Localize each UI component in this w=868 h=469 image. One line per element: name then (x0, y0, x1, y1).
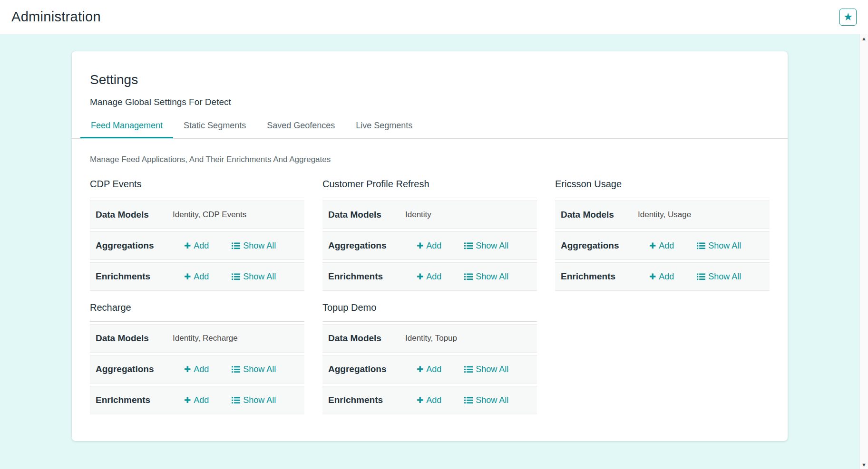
enrichments-row: Enrichments ✚ Add Show All (90, 262, 304, 291)
feed-section-ericsson-usage: Ericsson Usage Data Models Identity, Usa… (555, 176, 770, 291)
settings-card: Settings Manage Global Settings For Dete… (72, 51, 788, 441)
add-label: Add (194, 241, 209, 251)
add-enrichment-button[interactable]: ✚ Add (649, 272, 674, 282)
add-label: Add (426, 395, 441, 405)
data-models-row: Data Models Identity, Usage (555, 201, 770, 229)
data-models-value: Identity, Recharge (173, 334, 238, 343)
data-models-label: Data Models (96, 210, 173, 220)
enrichments-row: Enrichments ✚ Add Show All (555, 262, 770, 291)
plus-icon: ✚ (417, 396, 423, 404)
aggregations-label: Aggregations (561, 240, 638, 251)
aggregations-row: Aggregations ✚ Add Show All (322, 355, 537, 383)
add-label: Add (426, 364, 441, 374)
data-models-value: Identity (405, 210, 431, 220)
aggregations-row: Aggregations ✚ Add Show All (90, 231, 304, 260)
feed-section-cdp-events: CDP Events Data Models Identity, CDP Eve… (90, 176, 304, 291)
list-icon (464, 273, 473, 280)
favorite-button[interactable]: ★ (839, 9, 857, 26)
add-aggregation-button[interactable]: ✚ Add (649, 241, 674, 251)
feed-section-customer-profile-refresh: Customer Profile Refresh Data Models Ide… (322, 176, 537, 291)
add-aggregation-button[interactable]: ✚ Add (184, 364, 209, 374)
plus-icon: ✚ (184, 396, 191, 404)
plus-icon: ✚ (184, 365, 191, 373)
list-icon (232, 366, 240, 373)
add-aggregation-button[interactable]: ✚ Add (417, 364, 441, 374)
feed-title: Topup Demo (322, 299, 537, 322)
tab-live-segments[interactable]: Live Segments (345, 116, 423, 138)
show-all-aggregations-button[interactable]: Show All (697, 241, 741, 251)
top-bar: Administration ★ (0, 0, 868, 34)
main-content: Settings Manage Global Settings For Dete… (0, 34, 859, 469)
feed-title: Recharge (90, 299, 304, 322)
vertical-scrollbar[interactable]: ▲ ▼ (859, 34, 868, 469)
enrichments-row: Enrichments ✚ Add Show All (322, 262, 537, 291)
show-all-enrichments-button[interactable]: Show All (232, 272, 276, 282)
enrichments-label: Enrichments (561, 271, 638, 282)
aggregations-row: Aggregations ✚ Add Show All (322, 231, 537, 260)
data-models-label: Data Models (561, 210, 638, 220)
tab-saved-geofences[interactable]: Saved Geofences (256, 116, 345, 138)
add-enrichment-button[interactable]: ✚ Add (184, 395, 209, 405)
feed-title: Ericsson Usage (555, 176, 770, 198)
add-label: Add (194, 364, 209, 374)
plus-icon: ✚ (184, 273, 191, 281)
feed-management-panel: Manage Feed Applications, And Their Enri… (90, 155, 770, 414)
show-all-enrichments-button[interactable]: Show All (232, 395, 276, 405)
aggregations-label: Aggregations (96, 364, 173, 374)
feed-section-recharge: Recharge Data Models Identity, Recharge … (90, 299, 304, 414)
scroll-down-icon[interactable]: ▼ (860, 462, 868, 468)
show-all-enrichments-button[interactable]: Show All (464, 272, 508, 282)
data-models-row: Data Models Identity, Recharge (90, 324, 304, 353)
aggregations-label: Aggregations (96, 240, 173, 251)
show-all-aggregations-button[interactable]: Show All (464, 241, 508, 251)
plus-icon: ✚ (417, 273, 423, 281)
data-models-label: Data Models (328, 333, 405, 344)
enrichments-label: Enrichments (328, 271, 405, 282)
show-all-aggregations-button[interactable]: Show All (232, 241, 276, 251)
show-all-label: Show All (476, 241, 508, 251)
feed-grid: CDP Events Data Models Identity, CDP Eve… (90, 176, 770, 414)
add-enrichment-button[interactable]: ✚ Add (417, 272, 441, 282)
data-models-row: Data Models Identity (322, 201, 537, 229)
show-all-aggregations-button[interactable]: Show All (232, 364, 276, 374)
enrichments-row: Enrichments ✚ Add Show All (90, 386, 304, 414)
add-enrichment-button[interactable]: ✚ Add (417, 395, 441, 405)
show-all-aggregations-button[interactable]: Show All (464, 364, 508, 374)
scroll-up-icon[interactable]: ▲ (860, 36, 868, 41)
show-all-label: Show All (243, 241, 276, 251)
feed-title: Customer Profile Refresh (322, 176, 537, 198)
page-title: Administration (11, 9, 101, 25)
add-aggregation-button[interactable]: ✚ Add (184, 241, 209, 251)
aggregations-label: Aggregations (328, 364, 405, 374)
list-icon (232, 397, 240, 404)
enrichments-row: Enrichments ✚ Add Show All (322, 386, 537, 414)
plus-icon: ✚ (417, 365, 423, 373)
plus-icon: ✚ (649, 242, 656, 250)
star-icon: ★ (843, 12, 853, 22)
show-all-label: Show All (708, 241, 741, 251)
tab-bar: Feed ManagementStatic SegmentsSaved Geof… (72, 116, 788, 139)
add-label: Add (659, 272, 674, 282)
aggregations-row: Aggregations ✚ Add Show All (555, 231, 770, 260)
list-icon (464, 242, 473, 249)
aggregations-row: Aggregations ✚ Add Show All (90, 355, 304, 383)
enrichments-label: Enrichments (96, 271, 173, 282)
list-icon (232, 242, 240, 249)
data-models-label: Data Models (96, 333, 173, 344)
settings-title: Settings (90, 72, 770, 87)
feed-description: Manage Feed Applications, And Their Enri… (90, 155, 770, 164)
data-models-row: Data Models Identity, Topup (322, 324, 537, 353)
aggregations-label: Aggregations (328, 240, 405, 251)
tab-static-segments[interactable]: Static Segments (173, 116, 256, 138)
add-aggregation-button[interactable]: ✚ Add (417, 241, 441, 251)
add-label: Add (194, 395, 209, 405)
list-icon (232, 273, 240, 280)
show-all-enrichments-button[interactable]: Show All (697, 272, 741, 282)
add-enrichment-button[interactable]: ✚ Add (184, 272, 209, 282)
feed-section-topup-demo: Topup Demo Data Models Identity, Topup A… (322, 299, 537, 414)
show-all-label: Show All (243, 272, 276, 282)
show-all-enrichments-button[interactable]: Show All (464, 395, 508, 405)
list-icon (697, 242, 705, 249)
show-all-label: Show All (708, 272, 741, 282)
tab-feed-management[interactable]: Feed Management (80, 116, 173, 138)
